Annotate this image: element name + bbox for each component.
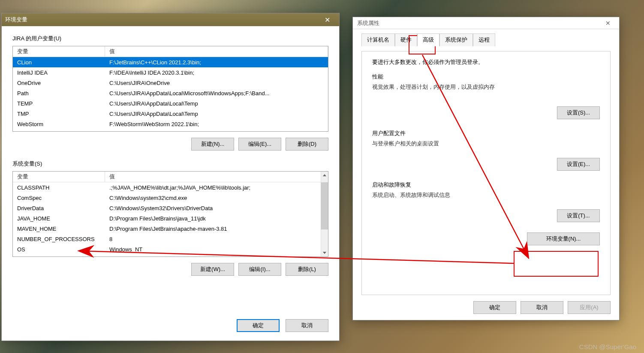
startup-settings-button[interactable]: 设置(T)... <box>557 209 600 222</box>
table-row[interactable]: CLionF:\JetBrains\C++\CLion 2021.2.3\bin… <box>13 57 328 67</box>
profile-settings-button[interactable]: 设置(E)... <box>557 158 600 171</box>
table-row[interactable]: IntelliJ IDEAF:\IDEA\IntelliJ IDEA 2020.… <box>13 67 328 78</box>
user-edit-button[interactable]: 编辑(E)... <box>238 138 281 151</box>
user-vars-list[interactable]: 变量 值 CLionF:\JetBrains\C++\CLion 2021.2.… <box>12 46 328 132</box>
admin-desc: 要进行大多数更改，你必须作为管理员登录。 <box>372 58 600 66</box>
profile-title: 用户配置文件 <box>372 130 600 137</box>
sys-title: 系统属性 <box>357 19 601 27</box>
col-val[interactable]: 值 <box>105 46 328 57</box>
sys-props-dialog: 系统属性 ✕ 计算机名硬件高级系统保护远程 要进行大多数更改，你必须作为管理员登… <box>352 17 620 320</box>
table-row[interactable]: OneDriveC:\Users\JIRA\OneDrive <box>13 78 328 88</box>
table-row[interactable]: WebStormF:\WebStorm\WebStorm 2022.1\bin; <box>13 119 328 129</box>
table-row[interactable]: TEMPC:\Users\JIRA\AppData\Local\Temp <box>13 98 328 109</box>
sys-ok-button[interactable]: 确定 <box>473 301 516 314</box>
col-var[interactable]: 变量 <box>13 46 105 57</box>
tabstrip: 计算机名硬件高级系统保护远程 <box>361 33 611 46</box>
sys-cancel-button[interactable]: 取消 <box>521 301 563 314</box>
tab-advanced-panel: 要进行大多数更改，你必须作为管理员登录。 性能 视觉效果，处理器计划，内存使用，… <box>361 51 611 295</box>
user-delete-button[interactable]: 删除(D) <box>286 138 328 151</box>
startup-sub: 系统启动、系统故障和调试信息 <box>372 191 600 199</box>
tab-2[interactable]: 高级 <box>417 33 439 46</box>
watermark: CSDN @Super'Gao <box>579 343 636 350</box>
close-icon[interactable]: ✕ <box>319 15 336 25</box>
profile-sub: 与登录帐户相关的桌面设置 <box>372 140 600 148</box>
user-vars-label: JIRA 的用户变量(U) <box>12 35 328 42</box>
perf-title: 性能 <box>372 73 600 81</box>
perf-sub: 视觉效果，处理器计划，内存使用，以及虚拟内存 <box>372 83 600 91</box>
close-icon[interactable]: ✕ <box>601 20 615 27</box>
table-row[interactable]: CLASSPATH.;%JAVA_HOME%\lib\dt.jar;%JAVA_… <box>13 182 328 193</box>
tab-3[interactable]: 系统保护 <box>439 33 473 46</box>
sys-vars-list[interactable]: 变量 值 CLASSPATH.;%JAVA_HOME%\lib\dt.jar;%… <box>12 171 328 257</box>
table-row[interactable]: DriverDataC:\Windows\System32\Drivers\Dr… <box>13 203 328 213</box>
table-row[interactable]: ComSpecC:\Windows\system32\cmd.exe <box>13 193 328 203</box>
sys-vars-label: 系统变量(S) <box>12 160 328 168</box>
tab-4[interactable]: 远程 <box>473 33 495 46</box>
env-ok-button[interactable]: 确定 <box>237 319 280 332</box>
env-vars-dialog: 环境变量 ✕ JIRA 的用户变量(U) 变量 值 CLionF:\JetBra… <box>1 13 340 341</box>
perf-settings-button[interactable]: 设置(S)... <box>557 106 600 119</box>
sys-titlebar[interactable]: 系统属性 ✕ <box>353 17 619 29</box>
env-vars-button[interactable]: 环境变量(N)... <box>527 232 600 245</box>
sys-apply-button[interactable]: 应用(A) <box>568 301 611 314</box>
table-row[interactable]: NUMBER_OF_PROCESSORS8 <box>13 234 328 244</box>
table-row[interactable]: JAVA_HOMED:\Program Files\JetBrains\java… <box>13 213 328 223</box>
env-titlebar[interactable]: 环境变量 ✕ <box>2 13 339 26</box>
sys-edit-button[interactable]: 编辑(I)... <box>238 263 281 276</box>
env-cancel-button[interactable]: 取消 <box>286 319 328 332</box>
col-var-sys[interactable]: 变量 <box>13 172 105 182</box>
tab-1[interactable]: 硬件 <box>395 33 417 46</box>
table-row[interactable]: OSWindows_NT <box>13 244 328 254</box>
col-val-sys[interactable]: 值 <box>105 172 328 182</box>
sys-delete-button[interactable]: 删除(L) <box>286 263 328 276</box>
table-row[interactable]: PathC:\Users\JIRA\AppData\Local\Microsof… <box>13 88 328 98</box>
table-row[interactable]: MAVEN_HOMED:\Program Files\JetBrains\apa… <box>13 223 328 234</box>
env-title: 环境变量 <box>5 16 319 24</box>
user-new-button[interactable]: 新建(N)... <box>191 138 234 151</box>
table-row[interactable]: TMPC:\Users\JIRA\AppData\Local\Temp <box>13 109 328 119</box>
sys-new-button[interactable]: 新建(W)... <box>191 263 234 276</box>
scroll-thumb[interactable] <box>321 182 328 229</box>
startup-title: 启动和故障恢复 <box>372 181 600 189</box>
tab-0[interactable]: 计算机名 <box>361 33 395 46</box>
